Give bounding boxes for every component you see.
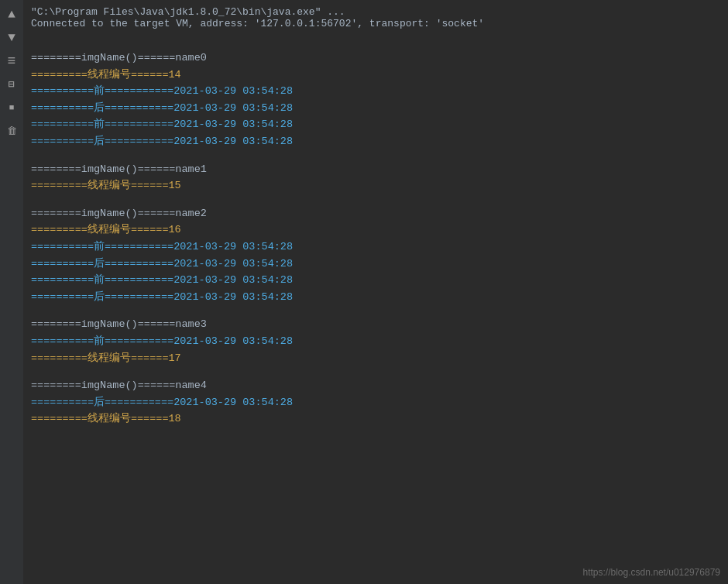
output-line: ==========后===========2021-03-29 03:54:2…: [31, 394, 720, 411]
down-arrow-button[interactable]: ▼: [3, 29, 20, 46]
trash-button[interactable]: 🗑: [3, 122, 20, 139]
output-line: ==========后===========2021-03-29 03:54:2…: [31, 256, 720, 273]
sidebar: ▲ ▼ ≡ ⊟ ■ 🗑: [0, 0, 23, 584]
output-line: ==========后===========2021-03-29 03:54:2…: [31, 100, 720, 117]
output-line: ========imgName()======name0: [31, 50, 720, 67]
output-line: ========imgName()======name3: [31, 316, 720, 333]
output-line: ==========前===========2021-03-29 03:54:2…: [31, 83, 720, 100]
output-line: =========线程编号======17: [31, 350, 720, 367]
console-output[interactable]: ========imgName()======name0=========线程编…: [23, 33, 728, 584]
connected-line: Connected to the target VM, address: '12…: [31, 18, 720, 29]
spacer-line: [31, 150, 720, 161]
output-line: ==========前===========2021-03-29 03:54:2…: [31, 116, 720, 133]
spacer-line: [31, 366, 720, 377]
output-line: ==========后===========2021-03-29 03:54:2…: [31, 133, 720, 150]
collapse-button[interactable]: ⊟: [3, 76, 20, 93]
watermark: https://blog.csdn.net/u012976879: [583, 567, 720, 578]
spacer-line: [31, 39, 720, 50]
output-line: ==========前===========2021-03-29 03:54:2…: [31, 333, 720, 350]
up-arrow-button[interactable]: ▲: [3, 6, 20, 23]
output-line: =========线程编号======18: [31, 411, 720, 428]
path-line: "C:\Program Files\Java\jdk1.8.0_72\bin\j…: [31, 6, 720, 18]
console-header: "C:\Program Files\Java\jdk1.8.0_72\bin\j…: [23, 0, 728, 33]
output-line: =========线程编号======16: [31, 222, 720, 239]
spacer-line: [31, 305, 720, 316]
output-line: ==========前===========2021-03-29 03:54:2…: [31, 239, 720, 256]
main-content: "C:\Program Files\Java\jdk1.8.0_72\bin\j…: [23, 0, 728, 584]
menu-button[interactable]: ≡: [3, 53, 20, 70]
output-line: ========imgName()======name1: [31, 161, 720, 178]
output-line: =========线程编号======14: [31, 67, 720, 84]
output-line: ==========前===========2021-03-29 03:54:2…: [31, 272, 720, 289]
output-line: ========imgName()======name4: [31, 377, 720, 394]
stop-button[interactable]: ■: [3, 99, 20, 116]
output-line: =========线程编号======15: [31, 177, 720, 194]
spacer-line: [31, 194, 720, 205]
output-line: ========imgName()======name2: [31, 205, 720, 222]
output-line: ==========后===========2021-03-29 03:54:2…: [31, 289, 720, 306]
